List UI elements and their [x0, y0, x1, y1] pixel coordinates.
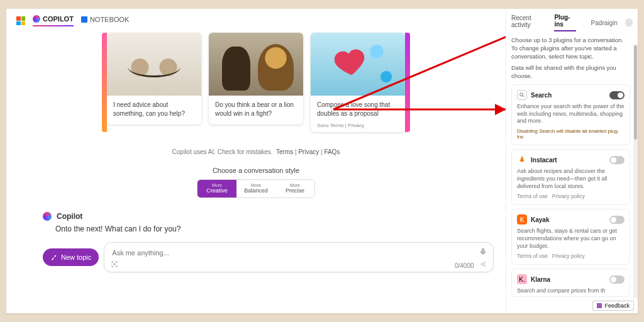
search-icon [517, 90, 527, 100]
link-privacy[interactable]: Privacy [298, 148, 319, 155]
feedback-button[interactable]: Feedback [592, 301, 634, 311]
prompt-cards: I need advice about something, can you h… [15, 33, 497, 132]
char-counter: 0/4000 [455, 262, 474, 269]
link-pp[interactable]: Privacy policy [552, 193, 585, 199]
plugin-toggle[interactable] [609, 216, 625, 224]
tab-notebook[interactable]: NOTEBOOK [81, 16, 129, 26]
plugin-name: Instacart [531, 157, 606, 164]
avatar-icon[interactable] [625, 18, 633, 27]
broom-icon [50, 253, 58, 261]
plugin-note: Disabling Search will disable all enable… [517, 128, 625, 140]
kayak-icon: K [517, 214, 527, 225]
sidebar-tabs: Recent activity Plug-ins Padraigin [506, 9, 638, 31]
disclaimer: Copilot uses AI. Check for mistakes. Ter… [15, 148, 497, 155]
tab-plugins[interactable]: Plug-ins [554, 14, 575, 31]
plugin-card-search: Search Enhance your search with the powe… [511, 84, 630, 145]
card-text: Compose a love song that doubles as a pr… [311, 96, 405, 123]
input-row: New topic 0/4000 [43, 242, 497, 272]
plugin-name: Klarna [531, 276, 606, 283]
tab-notebook-label: NOTEBOOK [90, 16, 129, 23]
plugin-desc: Ask about recipes and discover the ingre… [517, 168, 625, 190]
plugin-name: Kayak [531, 216, 606, 223]
gradient-accent-left [102, 33, 107, 132]
card-text: Do you think a bear or a lion would win … [209, 96, 303, 125]
instacart-icon [517, 155, 527, 165]
plugins-sidebar: Recent activity Plug-ins Padraigin Choos… [506, 9, 638, 313]
link-pp[interactable]: Privacy policy [552, 253, 585, 259]
chat-input[interactable] [111, 247, 479, 259]
send-icon[interactable] [479, 262, 487, 269]
image-search-icon[interactable] [111, 260, 118, 269]
prompt-card[interactable]: Compose a love song that doubles as a pr… [311, 33, 405, 132]
copilot-swirl-icon [43, 212, 52, 221]
sidebar-intro: Data will be shared with the plugins you… [511, 64, 630, 80]
card-image-bear-lion [209, 33, 303, 96]
plugin-toggle[interactable] [609, 156, 625, 164]
svg-point-4 [520, 93, 523, 96]
feedback-icon [597, 303, 602, 308]
link-tou[interactable]: Terms of use [517, 193, 548, 199]
scrollbar[interactable] [633, 44, 638, 298]
plugin-desc: Search flights, stays & rental cars or g… [517, 228, 625, 250]
card-subtext: Suno Terms | Privacy [311, 123, 405, 132]
top-nav: COPILOT NOTEBOOK [15, 14, 497, 30]
klarna-icon: K. [517, 274, 527, 284]
microsoft-logo-icon [16, 16, 25, 25]
microphone-icon[interactable] [479, 248, 487, 257]
plugin-name: Search [531, 92, 606, 99]
new-topic-label: New topic [61, 253, 91, 261]
style-picker: MoreCreative MoreBalanced MorePrecise [15, 179, 497, 198]
username: Padraigin [591, 19, 618, 26]
gradient-accent-right [405, 33, 410, 132]
link-terms[interactable]: Terms [276, 148, 293, 155]
link-faqs[interactable]: FAQs [324, 148, 340, 155]
plugin-desc: Search and compare prices from th [517, 287, 625, 295]
prompt-card[interactable]: Do you think a bear or a lion would win … [209, 33, 303, 125]
card-text: I need advice about something, can you h… [107, 96, 201, 125]
tab-copilot[interactable]: COPILOT [33, 15, 74, 26]
disclaimer-text: Copilot uses AI. Check for mistakes. [172, 148, 273, 155]
plugin-desc: Enhance your search with the power of th… [517, 103, 625, 125]
feedback-label: Feedback [604, 303, 630, 309]
card-image-heart [311, 33, 405, 96]
notebook-icon [81, 16, 87, 23]
style-precise[interactable]: MorePrecise [275, 180, 314, 197]
link-tou[interactable]: Terms of use [517, 253, 548, 259]
tab-recent-activity[interactable]: Recent activity [511, 14, 547, 31]
prompt-card[interactable]: I need advice about something, can you h… [107, 33, 201, 125]
card-image-glasses [107, 33, 201, 96]
plugin-card-klarna: K. Klarna Search and compare prices from… [511, 269, 630, 297]
plugin-card-instacart: Instacart Ask about recipes and discover… [511, 149, 630, 205]
plugin-toggle[interactable] [609, 91, 625, 99]
sidebar-intro: Choose up to 3 plugins for a conversatio… [511, 36, 630, 60]
style-balanced[interactable]: MoreBalanced [236, 180, 275, 197]
copilot-heading: Copilot [43, 212, 497, 221]
greeting-text: Onto the next! What can I do for you? [55, 225, 497, 233]
plugin-card-kayak: K Kayak Search flights, stays & rental c… [511, 209, 630, 265]
new-topic-button[interactable]: New topic [43, 248, 99, 266]
copilot-swirl-icon [33, 15, 40, 23]
tab-copilot-label: COPILOT [43, 15, 74, 23]
style-creative[interactable]: MoreCreative [197, 180, 236, 197]
plugin-toggle[interactable] [609, 275, 625, 284]
style-label: Choose a conversation style [15, 167, 497, 174]
svg-point-1 [114, 264, 115, 265]
copilot-brand-label: Copilot [57, 212, 82, 221]
svg-rect-0 [482, 249, 484, 253]
chat-input-box[interactable]: 0/4000 [104, 242, 494, 272]
